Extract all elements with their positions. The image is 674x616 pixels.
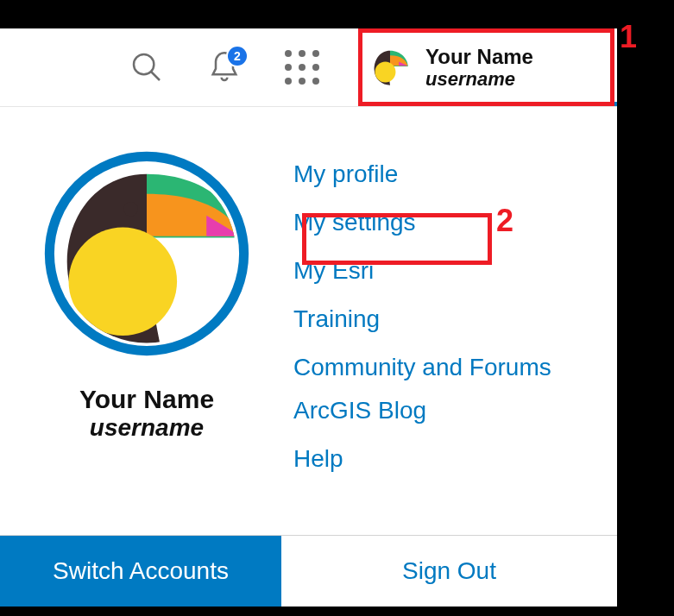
profile-username: username	[0, 414, 293, 442]
menu-community[interactable]: Community and Forums	[293, 343, 617, 392]
switch-accounts-button[interactable]: Switch Accounts	[0, 536, 281, 607]
menu-training[interactable]: Training	[293, 295, 617, 343]
user-chip[interactable]: Your Name username	[358, 28, 617, 106]
avatar-small-icon	[370, 47, 410, 87]
search-icon[interactable]	[117, 28, 177, 106]
menu-my-profile[interactable]: My profile	[293, 150, 617, 198]
profile-display-name: Your Name	[0, 385, 293, 414]
menu-my-settings[interactable]: My settings	[293, 198, 617, 247]
menu-blog[interactable]: ArcGIS Blog	[293, 392, 617, 435]
annotation-number-2: 2	[496, 203, 513, 239]
notification-badge: 2	[228, 47, 247, 66]
svg-line-1	[151, 72, 160, 80]
notifications-icon[interactable]: 2	[194, 28, 255, 106]
user-chip-active-indicator	[358, 102, 617, 106]
annotation-number-1: 1	[620, 19, 637, 55]
topbar: 2	[0, 28, 617, 107]
user-chip-name: Your Name	[425, 45, 533, 69]
svg-point-0	[134, 54, 154, 74]
app-launcher-icon[interactable]	[272, 28, 332, 106]
sign-out-button[interactable]: Sign Out	[281, 536, 617, 607]
menu-help[interactable]: Help	[293, 435, 617, 483]
menu-my-esri[interactable]: My Esri	[293, 247, 617, 295]
footer: Switch Accounts Sign Out	[0, 535, 617, 607]
user-chip-username: username	[425, 68, 533, 90]
svg-point-4	[385, 57, 388, 60]
avatar-large-icon[interactable]	[0, 150, 293, 361]
svg-point-3	[375, 62, 396, 83]
svg-point-8	[123, 202, 138, 217]
